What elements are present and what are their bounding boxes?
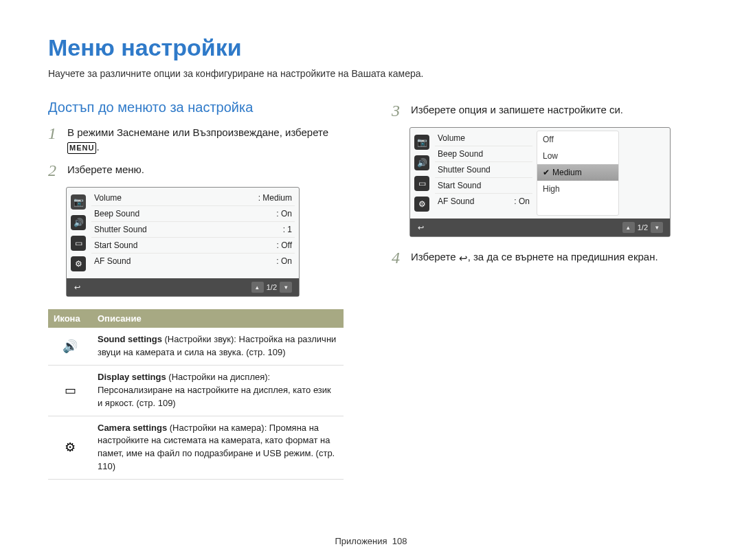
back-icon[interactable]: ↩: [67, 283, 87, 292]
option-item[interactable]: Off: [537, 131, 618, 148]
footer-page-number: 108: [392, 536, 407, 546]
table-header-description: Описание: [92, 309, 344, 328]
menu-icon: MENU: [67, 142, 96, 154]
menu-row: AF Sound: On: [91, 254, 295, 269]
icon-description-table: Икона Описание 🔊 Sound settings (Настрой…: [48, 309, 344, 480]
option-item-selected[interactable]: ✔Medium: [537, 164, 618, 181]
menu-row: Start Sound: [435, 178, 532, 194]
camera-icon: 📷: [71, 194, 86, 210]
step4-text-a: Изберете: [411, 251, 459, 262]
page-indicator: 1/2: [638, 223, 648, 232]
display-icon: ▭: [414, 176, 429, 191]
section-heading: Достъп до менюто за настройка: [48, 100, 357, 115]
camera-menu-1: 📷 🔊 ▭ ⚙ Volume: Medium Beep Sound: On Sh…: [66, 187, 300, 297]
step-number: 4: [392, 249, 404, 266]
step-text: Изберете ↩, за да се върнете на предишни…: [411, 249, 658, 265]
page-up-icon[interactable]: ▴: [251, 282, 264, 293]
step-text: Изберете опция и запишете настройките си…: [411, 102, 623, 117]
menu-row: Start Sound: Off: [91, 238, 295, 254]
step-number: 3: [392, 102, 404, 119]
menu-row: Beep Sound: On: [91, 206, 295, 222]
step-text: Изберете меню.: [67, 162, 144, 177]
step-text: В режими Заснемане или Възпроизвеждане, …: [67, 125, 328, 154]
row-bold: Camera settings: [98, 423, 167, 433]
page-indicator: 1/2: [267, 283, 277, 291]
table-row: 🔊 Sound settings (Настройки звук): Настр…: [48, 328, 344, 365]
camera-side-icons: 📷 🔊 ▭ ⚙: [67, 188, 90, 278]
right-column: 3 Изберете опция и запишете настройките …: [392, 100, 701, 480]
gear-icon: ⚙: [71, 256, 86, 271]
footer-label: Приложения: [335, 536, 387, 546]
camera-menu-list: Volume Beep Sound Shutter Sound Start So…: [434, 128, 537, 219]
table-row: ⚙ Camera settings (Настройки на камера):…: [48, 416, 344, 479]
page-title: Меню настройки: [48, 34, 701, 61]
page-up-icon[interactable]: ▴: [622, 222, 635, 233]
step-1: 1 В режими Заснемане или Възпроизвеждане…: [48, 125, 357, 154]
camera-icon: 📷: [414, 135, 429, 150]
menu-row: Volume: Medium: [91, 190, 295, 206]
menu-row: Volume: [435, 131, 532, 146]
camera-nav-bar: ↩ ▴ 1/2 ▾: [67, 278, 299, 296]
camera-nav-bar: ↩ ▴ 1/2 ▾: [410, 219, 670, 236]
step-number: 1: [48, 125, 60, 142]
table-row: ▭ Display settings (Настройки на дисплея…: [48, 366, 344, 416]
camera-side-icons: 📷 🔊 ▭ ⚙: [410, 128, 434, 219]
row-bold: Sound settings: [98, 334, 162, 344]
step-2: 2 Изберете меню.: [48, 162, 357, 179]
menu-row: AF Sound: On: [435, 194, 532, 209]
back-arrow-icon: ↩: [459, 251, 468, 265]
menu-row: Shutter Sound: [435, 162, 532, 178]
display-icon: ▭: [61, 381, 79, 399]
camera-menu-2: 📷 🔊 ▭ ⚙ Volume Beep Sound Shutter Sound …: [409, 127, 671, 237]
table-header-icon: Икона: [48, 309, 92, 328]
step1-text-b: .: [96, 141, 99, 153]
option-item[interactable]: Low: [537, 148, 618, 164]
display-icon: ▭: [71, 236, 86, 251]
page-down-icon[interactable]: ▾: [280, 282, 292, 293]
option-item[interactable]: High: [537, 181, 618, 197]
gear-icon: ⚙: [414, 197, 429, 212]
page-down-icon[interactable]: ▾: [651, 222, 663, 233]
row-bold: Display settings: [98, 372, 166, 382]
page-footer: Приложения 108: [0, 536, 742, 546]
left-column: Достъп до менюто за настройка 1 В режими…: [48, 100, 357, 480]
check-icon: ✔: [543, 168, 550, 177]
speaker-icon: 🔊: [71, 215, 86, 230]
step-number: 2: [48, 162, 60, 179]
step1-text-a: В режими Заснемане или Възпроизвеждане, …: [67, 126, 328, 138]
step-4: 4 Изберете ↩, за да се върнете на предиш…: [392, 249, 701, 266]
camera-menu-list: Volume: Medium Beep Sound: On Shutter So…: [90, 188, 299, 278]
gear-icon: ⚙: [61, 438, 79, 456]
speaker-icon: 🔊: [414, 155, 429, 170]
menu-row: Beep Sound: [435, 146, 532, 162]
page-subtitle: Научете за различните опции за конфигури…: [48, 68, 701, 79]
back-icon[interactable]: ↩: [410, 223, 431, 232]
step-3: 3 Изберете опция и запишете настройките …: [392, 102, 701, 119]
step4-text-b: , за да се върнете на предишния екран.: [468, 251, 658, 262]
option-panel: Off Low ✔Medium High: [537, 131, 619, 216]
speaker-icon: 🔊: [61, 337, 79, 355]
menu-row: Shutter Sound: 1: [91, 222, 295, 238]
